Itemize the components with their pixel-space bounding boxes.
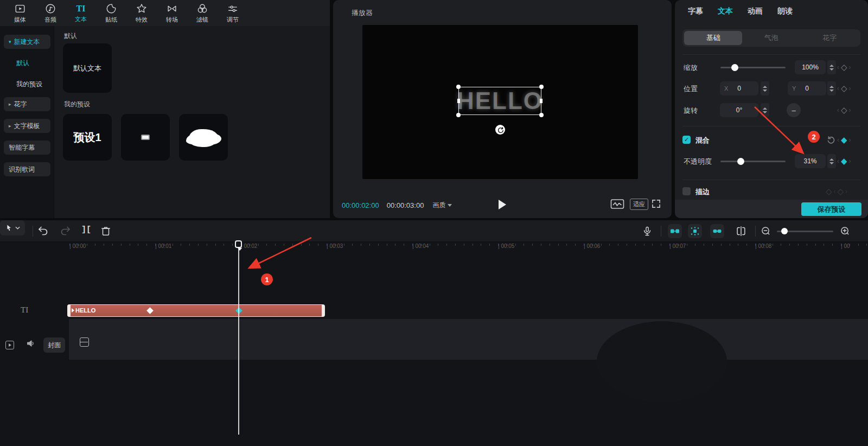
- next-keyframe-icon[interactable]: ›: [847, 63, 853, 71]
- mute-track-icon[interactable]: [26, 339, 36, 348]
- clip-trim-handle-left[interactable]: [67, 304, 71, 317]
- rotation-dial[interactable]: –: [787, 103, 801, 117]
- linkage-button[interactable]: [710, 224, 724, 238]
- add-media-track-icon[interactable]: [80, 337, 89, 347]
- sidebar-item-default[interactable]: 默认: [16, 59, 29, 68]
- prev-keyframe-icon[interactable]: ‹: [832, 188, 838, 195]
- clip-trim-handle-right[interactable]: [322, 304, 325, 317]
- default-text-card[interactable]: 默认文本: [63, 43, 112, 93]
- main-video-track[interactable]: [69, 319, 868, 360]
- playhead-pin[interactable]: [235, 240, 242, 248]
- opacity-value[interactable]: 31%: [795, 154, 826, 168]
- zoom-in-button[interactable]: [840, 226, 850, 235]
- tab-animation[interactable]: 动画: [748, 7, 763, 16]
- tab-text[interactable]: TI 文本: [66, 0, 96, 26]
- tab-filters[interactable]: 滤镜: [187, 0, 218, 26]
- split-button[interactable]: ][: [81, 225, 91, 234]
- preview-axis-button[interactable]: [735, 225, 747, 237]
- keyframe-diamond-icon[interactable]: ◇: [838, 187, 844, 196]
- delete-button[interactable]: [100, 225, 112, 238]
- auto-snap-button[interactable]: [688, 224, 702, 238]
- blend-checkbox[interactable]: ✓: [682, 136, 691, 144]
- keyframe-diamond-icon[interactable]: ◆: [841, 156, 847, 166]
- canvas-text[interactable]: HELLO: [459, 87, 541, 114]
- next-keyframe-icon[interactable]: ›: [847, 85, 853, 92]
- timeline-zoom-slider[interactable]: [777, 231, 833, 232]
- tab-subtitles[interactable]: 字幕: [688, 7, 703, 16]
- sidebar-item-recognize-lyrics[interactable]: 识别歌词: [4, 162, 50, 176]
- position-x-stepper[interactable]: [761, 81, 769, 95]
- tab-media[interactable]: 媒体: [5, 0, 35, 26]
- preset-card-1[interactable]: 预设1: [63, 114, 112, 161]
- main-track-magnet-button[interactable]: [668, 224, 682, 238]
- subtab-basic[interactable]: 基础: [684, 31, 742, 45]
- redo-button[interactable]: [59, 225, 72, 238]
- text-clip[interactable]: HELLO: [67, 304, 324, 317]
- selection-handle-br[interactable]: [539, 113, 544, 117]
- tab-read-aloud[interactable]: 朗读: [777, 7, 793, 16]
- keyframe-diamond-icon[interactable]: ◇: [841, 62, 847, 72]
- tab-sticker[interactable]: 贴纸: [96, 0, 126, 26]
- sidebar-item-my-presets[interactable]: 我的预设: [16, 80, 42, 89]
- keyframe-diamond-icon[interactable]: ◇: [841, 105, 847, 115]
- save-preset-button[interactable]: 保存预设: [801, 202, 861, 216]
- next-keyframe-icon[interactable]: ›: [844, 188, 849, 195]
- undo-button[interactable]: [37, 225, 50, 238]
- position-y-stepper[interactable]: [827, 81, 836, 95]
- prev-keyframe-icon[interactable]: ‹: [835, 136, 841, 144]
- record-voiceover-button[interactable]: [642, 225, 653, 238]
- prev-keyframe-icon[interactable]: ‹: [835, 63, 841, 71]
- opacity-stepper[interactable]: [827, 154, 836, 168]
- next-keyframe-icon[interactable]: ›: [847, 106, 853, 114]
- next-keyframe-icon[interactable]: ›: [847, 136, 853, 144]
- scale-value[interactable]: 100%: [795, 60, 826, 74]
- prev-keyframe-icon[interactable]: ‹: [835, 85, 841, 92]
- zoom-out-button[interactable]: [761, 226, 770, 235]
- rotate-handle-icon[interactable]: [495, 125, 505, 135]
- cover-button[interactable]: 封面: [43, 337, 65, 353]
- next-keyframe-icon[interactable]: ›: [847, 157, 853, 165]
- play-button[interactable]: [499, 200, 506, 209]
- preset-card-2[interactable]: [121, 114, 170, 161]
- rotation-stepper[interactable]: [761, 103, 769, 117]
- video-canvas[interactable]: HELLO: [362, 25, 638, 179]
- select-tool-button[interactable]: [0, 220, 25, 235]
- selection-handle-left[interactable]: [457, 99, 460, 103]
- text-selection-box[interactable]: HELLO: [458, 87, 541, 115]
- keyframe-diamond-icon[interactable]: ◇: [841, 84, 847, 93]
- keyframe-diamond-icon[interactable]: ◆: [841, 135, 847, 145]
- fit-button[interactable]: 适应: [630, 199, 648, 210]
- timeline-ruler[interactable]: | 00:00| 00:01| 00:02| 00:03| 00:04| 00:…: [0, 242, 868, 251]
- reset-icon[interactable]: [827, 136, 835, 144]
- keyframe-diamond-icon[interactable]: ◇: [826, 187, 832, 196]
- scale-stepper[interactable]: [827, 60, 836, 74]
- track-preview-toggle-icon[interactable]: [5, 341, 14, 349]
- rotation-value-field[interactable]: 0°: [720, 103, 758, 117]
- sidebar-item-text-template[interactable]: ▸ 文字模板: [4, 119, 50, 133]
- position-x-field[interactable]: X 0: [720, 81, 758, 95]
- selection-handle-tr[interactable]: [539, 85, 544, 89]
- prev-keyframe-icon[interactable]: ‹: [835, 157, 841, 165]
- stroke-checkbox[interactable]: [682, 187, 691, 195]
- sidebar-item-fancy-text[interactable]: ▸ 花字: [4, 97, 50, 111]
- preset-card-3[interactable]: [179, 114, 228, 161]
- prev-keyframe-icon[interactable]: ‹: [835, 106, 841, 114]
- tab-adjust[interactable]: 调节: [218, 0, 248, 26]
- opacity-slider[interactable]: [720, 161, 786, 162]
- subtab-bubble[interactable]: 气泡: [742, 31, 800, 45]
- keyframe-marker-active[interactable]: [235, 307, 242, 314]
- position-y-field[interactable]: Y 0: [788, 81, 826, 95]
- scale-slider[interactable]: [720, 67, 786, 68]
- selection-handle-bl[interactable]: [456, 113, 461, 117]
- tab-transitions[interactable]: 转场: [157, 0, 187, 26]
- keyframe-marker[interactable]: [146, 307, 154, 314]
- quality-dropdown[interactable]: 画质: [432, 201, 452, 210]
- tab-effects[interactable]: 特效: [126, 0, 157, 26]
- tab-text-settings[interactable]: 文本: [718, 7, 733, 16]
- fullscreen-icon[interactable]: [652, 199, 661, 208]
- selection-handle-right[interactable]: [540, 99, 542, 103]
- sidebar-item-smart-subtitles[interactable]: 智能字幕: [4, 141, 50, 155]
- subtab-fancy[interactable]: 花字: [801, 31, 859, 45]
- selection-handle-tl[interactable]: [456, 85, 461, 89]
- tab-audio[interactable]: 音频: [35, 0, 66, 26]
